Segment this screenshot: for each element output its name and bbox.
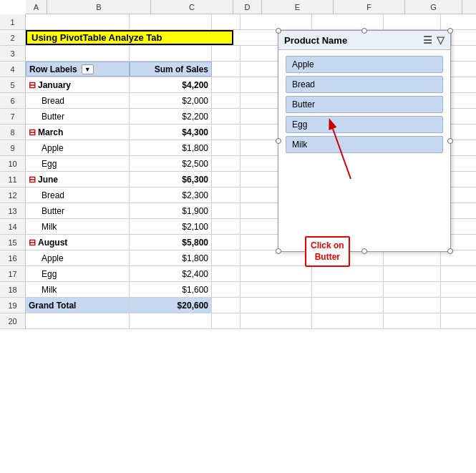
cell-17-c: $2,400 <box>130 266 212 281</box>
dropdown-arrow-icon[interactable]: ▼ <box>82 64 94 74</box>
title-cell: Using PivotTable Analyze Tab <box>26 30 233 45</box>
cell-16-b: Apple <box>26 250 130 265</box>
row-num-6: 6 <box>0 93 26 109</box>
row-num-19: 19 <box>0 298 26 313</box>
slicer-item-milk[interactable]: Milk <box>286 136 443 153</box>
cell-20-f <box>312 313 384 328</box>
col-headers: A B C D E F G <box>26 0 476 14</box>
col-header-g: G <box>405 0 462 14</box>
cell-6-b: Bread <box>26 93 130 108</box>
slicer-header-icons: ☰ ▽ <box>423 34 445 46</box>
cell-12-d <box>212 187 241 203</box>
row-num-7: 7 <box>0 109 26 125</box>
cell-19-d <box>212 298 241 313</box>
row-19: Grand Total $20,600 <box>26 298 476 313</box>
slicer-item-bread[interactable]: Bread <box>286 76 443 93</box>
resize-handle-br[interactable] <box>447 248 453 254</box>
col-header-d: D <box>233 0 262 14</box>
cell-16-c: $1,800 <box>130 250 212 265</box>
cell-8-d <box>212 125 241 140</box>
row-num-15: 15 <box>0 235 26 250</box>
cell-18-b: Milk <box>26 282 130 297</box>
slicer-panel: Product Name ☰ ▽ Apple Bread Butter Egg … <box>278 30 451 252</box>
slicer-header: Product Name ☰ ▽ <box>278 31 450 50</box>
resize-handle-mr[interactable] <box>447 138 453 144</box>
slicer-multiselect-icon[interactable]: ☰ <box>423 34 432 46</box>
cell-10-b: Egg <box>26 156 130 171</box>
row-num-18: 18 <box>0 282 26 298</box>
row-num-4: 4 <box>0 62 26 77</box>
cell-19-e <box>241 298 312 313</box>
click-label-line2: Butter <box>315 252 340 262</box>
row-numbers: 1 2 3 4 5 6 7 8 9 10 11 12 13 14 15 16 1… <box>0 14 26 329</box>
spreadsheet: A B C D E F G 1 2 3 4 5 6 7 8 9 10 11 12… <box>0 0 476 473</box>
slicer-title: Product Name <box>284 35 347 46</box>
cell-5-b: ⊟January <box>26 77 130 92</box>
resize-handle-tl[interactable] <box>276 28 281 34</box>
resize-handle-tm[interactable] <box>361 28 367 34</box>
cell-4-d <box>212 62 241 77</box>
col-header-b: B <box>47 0 151 14</box>
slicer-items: Apple Bread Butter Egg Milk <box>278 50 450 159</box>
row-num-20: 20 <box>0 313 26 329</box>
slicer-filter-icon[interactable]: ▽ <box>437 34 445 46</box>
cell-20-e <box>241 313 312 328</box>
col-header-f: F <box>334 0 405 14</box>
cell-9-d <box>212 140 241 155</box>
cell-7-d <box>212 109 241 124</box>
row-16: Apple $1,800 <box>26 250 476 266</box>
cell-1-d <box>212 14 241 29</box>
cell-2-g <box>452 30 476 45</box>
slicer-item-butter[interactable]: Butter <box>286 96 443 113</box>
slicer-item-egg[interactable]: Egg <box>286 116 443 133</box>
cell-10-c: $2,500 <box>130 156 212 171</box>
cell-11-c: $6,300 <box>130 172 212 187</box>
cell-15-b: ⊟August <box>26 235 130 250</box>
cell-5-d <box>212 77 241 92</box>
cell-17-d <box>212 266 241 281</box>
cell-17-f <box>312 266 384 281</box>
cell-14-c: $2,100 <box>130 219 212 234</box>
row-20 <box>26 313 476 329</box>
cell-3-d <box>212 46 241 61</box>
pivot-row-labels-header[interactable]: Row Labels ▼ <box>26 62 130 77</box>
resize-handle-bm[interactable] <box>361 248 367 254</box>
cell-13-d <box>212 203 241 218</box>
cell-8-b: ⊟March <box>26 125 130 140</box>
row-num-2: 2 <box>0 30 26 46</box>
cell-17-b: Egg <box>26 266 130 281</box>
cell-7-b: Butter <box>26 109 130 124</box>
resize-handle-tr[interactable] <box>447 28 453 34</box>
cell-18-c: $1,600 <box>130 282 212 297</box>
cell-19-c: $20,600 <box>130 298 212 313</box>
resize-handle-bl[interactable] <box>276 248 281 254</box>
cell-1-e <box>241 14 312 29</box>
row-num-10: 10 <box>0 156 26 172</box>
cell-20-c <box>130 313 212 328</box>
row-num-11: 11 <box>0 172 26 187</box>
row-num-13: 13 <box>0 203 26 219</box>
row-1 <box>26 14 476 30</box>
cell-7-c: $2,200 <box>130 109 212 124</box>
cell-10-d <box>212 156 241 171</box>
resize-handle-ml[interactable] <box>276 138 281 144</box>
row-num-5: 5 <box>0 77 26 93</box>
click-on-butter-label: Click on Butter <box>305 236 350 267</box>
cell-19-g <box>384 298 441 313</box>
col-header-a: A <box>26 0 47 14</box>
cell-9-c: $1,800 <box>130 140 212 155</box>
row-num-17: 17 <box>0 266 26 282</box>
cell-1-b <box>26 14 130 29</box>
cell-14-b: Milk <box>26 219 130 234</box>
cell-1-g <box>384 14 441 29</box>
slicer-item-apple[interactable]: Apple <box>286 56 443 73</box>
cell-20-g <box>384 313 441 328</box>
row-num-1: 1 <box>0 14 26 30</box>
row-num-12: 12 <box>0 187 26 203</box>
row-num-3: 3 <box>0 46 26 62</box>
cell-1-c <box>130 14 212 29</box>
cell-20-d <box>212 313 241 328</box>
cell-11-b: ⊟June <box>26 172 130 187</box>
row-num-8: 8 <box>0 125 26 140</box>
cell-19-b: Grand Total <box>26 298 130 313</box>
